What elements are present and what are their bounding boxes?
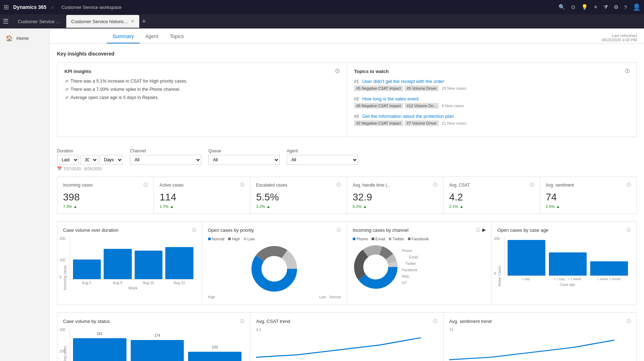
queue-select[interactable]: All (208, 155, 280, 165)
hamburger-menu[interactable]: ☰ (3, 17, 9, 25)
tab-close-historic[interactable]: ✕ (131, 19, 134, 24)
kpi-card-value-2: 5.5% (256, 192, 341, 203)
iot-side-label: IoT (402, 280, 418, 286)
channel-donut-svg (353, 244, 399, 290)
case-age-xlabel: Case age (504, 283, 631, 287)
user-icon[interactable]: 👤 (633, 3, 640, 11)
sentiment-trend-info[interactable]: ⓘ (627, 318, 631, 324)
duration-number-select[interactable]: 30 (80, 155, 98, 165)
kpi-card-info-4[interactable]: ⓘ (530, 182, 534, 188)
topic-num-0: #1 (354, 79, 359, 84)
lightbulb-icon[interactable]: 💡 (581, 4, 588, 10)
topic-link-1[interactable]: How long is the sales event (362, 96, 419, 101)
legend-email: Email (372, 237, 385, 241)
tag-0-1: #5 Volume Driver (405, 85, 439, 91)
kpi-card-info-2[interactable]: ⓘ (337, 182, 341, 188)
kpi-card-info-3[interactable]: ⓘ (433, 182, 437, 188)
legend-facebook: Facebook (408, 237, 429, 241)
incoming-channel-info[interactable]: ⓘ (476, 227, 480, 233)
sidebar: 🏠 Home (0, 28, 50, 361)
tab-label-historic: Customer Service historic... (71, 19, 128, 24)
web-side-label: Web (402, 273, 418, 280)
topic-row-1: #2 How long is the sales event #6 Negati… (354, 96, 629, 109)
tab-customer-service[interactable]: Customer Service ... (13, 15, 65, 28)
tab-historic[interactable]: Customer Service historic... ✕ (66, 15, 139, 28)
tab-summary[interactable]: Summary (107, 28, 140, 43)
kpi-card-1: Active cases ⓘ 114 1.7% ▲ (154, 177, 250, 214)
priority-donut-svg (249, 244, 299, 294)
kpi-card-value-4: 4.2 (449, 192, 534, 203)
csat-trend-svg (256, 328, 437, 361)
csat-trend-title: Avg. CSAT trend ⓘ (256, 318, 437, 324)
help-icon[interactable]: ? (624, 4, 627, 10)
kpi-card-trend-2: 3.2% ▲ (256, 204, 341, 209)
case-age-ylabel: Active Cases (498, 237, 502, 287)
x-label-aug23: Aug 23 (165, 281, 193, 285)
insights-grid: KPI insights ⓘ ↗ There was a 5.1% increa… (57, 62, 637, 137)
content-area: Summary Agent Topics Last refreshed 08/2… (50, 28, 644, 361)
kpi-card-trend-4: 2.1% ▲ (449, 204, 534, 209)
bar-aug16 (135, 237, 162, 279)
age-label-1day-1week: > 1 Day - < 1 Week (549, 277, 587, 281)
settings-icon[interactable]: ⚙ (614, 4, 618, 10)
legend-high: High (228, 237, 240, 241)
tag-2-0: #2 Negative CSAT impact (354, 120, 403, 126)
case-volume-ylabel: Incoming cases (63, 237, 67, 290)
topic-link-0[interactable]: User didn't get the receipt with the ord… (362, 79, 444, 84)
search-icon[interactable]: 🔍 (559, 4, 565, 10)
kpi-card-0: Incoming cases ⓘ 398 7.3% ▲ (57, 177, 154, 214)
status-ylabel: Incoming cases (63, 328, 67, 361)
new-cases-0: 28 New cases (442, 86, 466, 90)
duration-unit-select[interactable]: Days (99, 155, 123, 165)
sentiment-trend-wrapper: 74 (449, 328, 631, 361)
tag-0-0: #5 Negative CSAT impact (354, 85, 403, 91)
csat-trend-info[interactable]: ⓘ (433, 318, 437, 324)
status-chart-info[interactable]: ⓘ (240, 318, 244, 324)
channel-expand-icon[interactable]: ▶ (482, 227, 486, 233)
contact-icon[interactable]: ⊙ (571, 4, 576, 10)
topic-tags-2: #2 Negative CSAT impact #7 Volume Driver… (354, 120, 629, 126)
open-priority-info[interactable]: ⓘ (337, 227, 341, 233)
workspace-name: Customer Service workspace (61, 5, 121, 10)
channel-select[interactable]: All (130, 155, 201, 165)
bar-value-103: 103 (212, 345, 218, 349)
bar-status-2: 103 (188, 328, 242, 361)
kpi-info-icon[interactable]: ⓘ (335, 68, 339, 74)
kpi-card-value-0: 398 (63, 192, 148, 203)
case-age-info[interactable]: ⓘ (627, 227, 631, 233)
sidebar-item-home[interactable]: 🏠 Home (0, 31, 50, 45)
kpi-card-info-5[interactable]: ⓘ (627, 182, 631, 188)
kpi-card-info-0[interactable]: ⓘ (144, 182, 148, 188)
duration-preset-select[interactable]: Last (57, 155, 79, 165)
normal-label: Normal (329, 295, 341, 299)
topic-link-2[interactable]: Get the information about the protection… (362, 114, 454, 119)
channel-filter: Channel All (130, 148, 201, 165)
case-volume-xlabel: Week (70, 286, 196, 290)
add-icon[interactable]: + (594, 4, 598, 11)
bar-value-181: 181 (97, 332, 103, 336)
kpi-card-value-3: 32.9 (353, 192, 437, 203)
filter-icon[interactable]: ⧩ (603, 4, 608, 10)
charts-grid: Case volume over duration ⓘ Incoming cas… (57, 221, 637, 305)
agent-select[interactable]: All (287, 155, 358, 165)
tag-1-1: #12 Volume Dri... (405, 103, 439, 109)
low-label: Low (319, 295, 326, 299)
bar-1day-1week (549, 237, 587, 276)
bar-1week-1month (590, 237, 628, 276)
sentiment-trend-svg (449, 328, 631, 361)
kpi-insights-title: KPI insights ⓘ (64, 68, 339, 74)
case-volume-info[interactable]: ⓘ (192, 227, 196, 233)
top-nav-icons: 🔍 ⊙ 💡 + ⧩ ⚙ ? 👤 (559, 3, 640, 11)
tab-add-button[interactable]: + (142, 18, 146, 25)
page-content: Key insights discovered KPI insights ⓘ ↗… (50, 44, 644, 361)
tab-topics[interactable]: Topics (164, 28, 190, 43)
topics-info-icon[interactable]: ⓘ (625, 68, 629, 74)
tab-agent[interactable]: Agent (140, 28, 164, 43)
x-label-aug9: Aug 9 (104, 281, 132, 285)
app-grid-icon[interactable]: ⊞ (4, 3, 9, 11)
filter-bar: Duration Last 30 Days 📅 (57, 144, 637, 174)
last-refreshed: Last refreshed 08/25/2020 4:00 PM (602, 33, 637, 42)
status-chart-title: Case volume by status ⓘ (63, 318, 244, 324)
kpi-card-info-1[interactable]: ⓘ (240, 182, 244, 188)
topic-row-0: #1 User didn't get the receipt with the … (354, 79, 629, 91)
